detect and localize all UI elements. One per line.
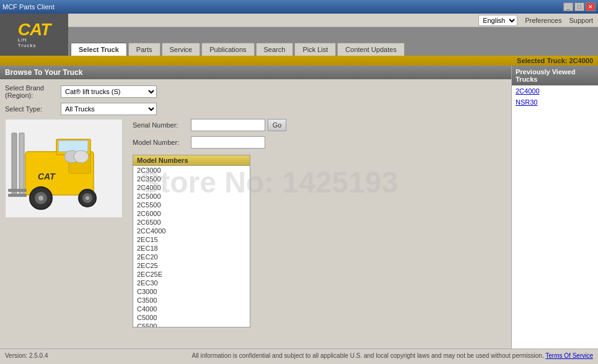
serial-label: Serial Number: (133, 121, 188, 129)
list-item[interactable]: C3000 (133, 287, 250, 296)
left-panel: Browse To Your Truck Select Brand (Regio… (0, 66, 511, 349)
maximize-button[interactable]: □ (574, 2, 584, 11)
browse-body: Select Brand (Region): Cat® lift trucks … (0, 79, 511, 332)
tab-select-truck[interactable]: Select Truck (71, 43, 127, 56)
list-item[interactable]: 2C4000 (133, 183, 250, 192)
prev-truck-item[interactable]: 2C4000 (512, 85, 598, 97)
logo-area: CAT LiftTrucks (0, 14, 68, 56)
svg-rect-3 (12, 133, 17, 195)
brand-label: Select Brand (Region): (5, 84, 61, 99)
selected-truck-bar: Selected Truck: 2C4000 (0, 56, 598, 66)
right-panel: Previously Viewed Trucks 2C4000NSR30 (511, 66, 598, 349)
truck-image: CAT (5, 119, 123, 218)
svg-rect-6 (8, 194, 27, 197)
serial-row: Serial Number: Go (133, 119, 506, 131)
list-item[interactable]: 2EC15 (133, 235, 250, 244)
status-bar: Version: 2.5.0.4 All information is conf… (0, 349, 598, 362)
truck-image-area: CAT Serial Number: Go (5, 119, 506, 327)
top-area: CAT LiftTrucks English Preferences Suppo… (0, 14, 598, 56)
minimize-button[interactable]: _ (563, 2, 573, 11)
tab-content-updates[interactable]: Content Updates (337, 43, 405, 56)
list-item[interactable]: 2C6000 (133, 209, 250, 218)
top-right: English Preferences Support Select Truck… (68, 14, 598, 56)
window-controls: _ □ ✕ (563, 2, 596, 11)
app-title: MCF Parts Client (2, 3, 55, 11)
terms-link[interactable]: Terms Of Service (545, 352, 593, 359)
type-label: Select Type: (5, 105, 61, 113)
tab-publications[interactable]: Publications (201, 43, 254, 56)
list-item[interactable]: 2C6500 (133, 218, 250, 227)
prev-header: Previously Viewed Trucks (512, 66, 598, 85)
main-content: Browse To Your Truck Select Brand (Regio… (0, 66, 598, 349)
type-select[interactable]: All Trucks (61, 103, 157, 115)
cat-text: CAT (18, 21, 50, 38)
list-item[interactable]: 2C3000 (133, 166, 250, 175)
model-numbers-container: Model Numbers 2C30002C35002C40002C50002C… (133, 155, 250, 327)
brand-row: Select Brand (Region): Cat® lift trucks … (5, 84, 506, 99)
prev-items: 2C4000NSR30 (512, 85, 598, 108)
title-bar: MCF Parts Client _ □ ✕ (0, 0, 598, 14)
serial-input[interactable] (191, 119, 265, 131)
list-item[interactable]: 2EC25 (133, 261, 250, 270)
list-item[interactable]: 2C5500 (133, 201, 250, 209)
model-row: Model Number: (133, 136, 506, 149)
selected-truck-label: Selected Truck: 2C4000 (517, 57, 593, 64)
top-menu: English Preferences Support (68, 14, 598, 27)
list-item[interactable]: C4000 (133, 305, 250, 313)
forklift-svg: CAT (7, 121, 121, 217)
tab-service[interactable]: Service (162, 43, 201, 56)
cat-subtitle: LiftTrucks (18, 37, 37, 48)
right-form: Serial Number: Go Model Number: Model Nu… (133, 119, 506, 327)
list-item[interactable]: 2C5000 (133, 192, 250, 201)
list-item[interactable]: 2EC25E (133, 270, 250, 279)
model-numbers-header: Model Numbers (133, 155, 250, 166)
model-label: Model Number: (133, 139, 188, 146)
legal-text: All information is confidential and subj… (192, 352, 593, 359)
cat-logo: CAT LiftTrucks (18, 21, 50, 48)
brand-select[interactable]: Cat® lift trucks (S) (61, 85, 157, 98)
list-item[interactable]: 2C3500 (133, 175, 250, 183)
list-item[interactable]: 2EC18 (133, 244, 250, 253)
svg-rect-2 (58, 141, 88, 152)
support-link[interactable]: Support (569, 17, 593, 24)
tab-pick-list[interactable]: Pick List (294, 43, 336, 56)
prev-truck-item[interactable]: NSR30 (512, 97, 598, 108)
list-item[interactable]: C5000 (133, 313, 250, 322)
list-item[interactable]: C5500 (133, 322, 250, 327)
svg-point-10 (38, 196, 43, 201)
browse-header: Browse To Your Truck (0, 66, 511, 79)
svg-point-16 (74, 150, 89, 163)
nav-tabs: Select Truck Parts Service Publications … (68, 27, 598, 56)
model-input[interactable] (191, 136, 265, 149)
go-button[interactable]: Go (268, 119, 286, 131)
svg-text:CAT: CAT (38, 171, 56, 181)
list-item[interactable]: C3500 (133, 296, 250, 305)
version-label: Version: 2.5.0.4 (5, 352, 48, 359)
list-item[interactable]: 2EC20 (133, 253, 250, 261)
svg-point-13 (86, 196, 89, 200)
tab-parts[interactable]: Parts (128, 43, 160, 56)
list-item[interactable]: 2EC30 (133, 279, 250, 287)
tab-search[interactable]: Search (256, 43, 294, 56)
preferences-link[interactable]: Preferences (525, 17, 561, 24)
close-button[interactable]: ✕ (586, 2, 596, 11)
language-select[interactable]: English (478, 15, 517, 26)
list-item[interactable]: 2CC4000 (133, 227, 250, 235)
model-numbers-list[interactable]: 2C30002C35002C40002C50002C55002C60002C65… (133, 166, 250, 327)
svg-rect-4 (19, 133, 24, 195)
svg-rect-5 (8, 189, 27, 192)
type-row: Select Type: All Trucks (5, 103, 506, 115)
